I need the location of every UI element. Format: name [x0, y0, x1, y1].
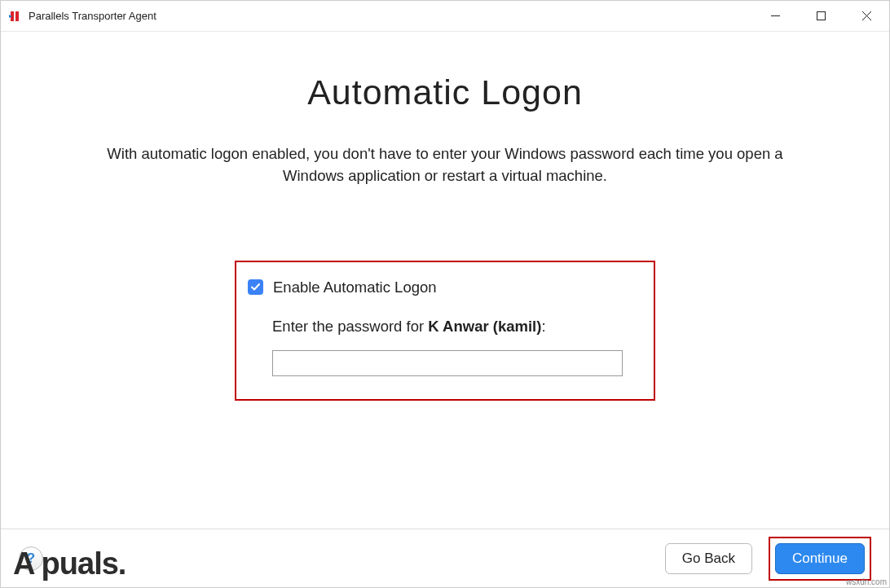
enable-autologon-checkbox[interactable]: [248, 279, 263, 295]
brand-watermark: A puals.: [13, 546, 126, 581]
titlebar: Parallels Transporter Agent: [1, 1, 889, 32]
page-description: With automatic logon enabled, you don't …: [78, 143, 812, 187]
password-prompt-suffix: :: [541, 318, 545, 335]
window-title: Parallels Transporter Agent: [29, 10, 156, 22]
minimize-button[interactable]: [752, 1, 798, 31]
footer-right: Go Back Continue: [665, 537, 871, 581]
password-prompt: Enter the password for K Anwar (kamil):: [272, 318, 642, 336]
close-button[interactable]: [844, 1, 889, 31]
password-prompt-prefix: Enter the password for: [272, 318, 428, 335]
maximize-button[interactable]: [798, 1, 844, 31]
continue-highlight: Continue: [769, 537, 871, 581]
svg-rect-3: [817, 12, 825, 20]
password-prompt-user: K Anwar (kamil): [428, 318, 541, 335]
titlebar-left: Parallels Transporter Agent: [9, 10, 156, 23]
go-back-button[interactable]: Go Back: [665, 543, 752, 574]
checkbox-row: Enable Automatic Logon: [248, 279, 642, 296]
svg-rect-1: [15, 11, 19, 21]
page-title: Automatic Logon: [307, 72, 583, 112]
site-watermark: wsxdn.com: [846, 577, 887, 586]
logon-form-highlight: Enable Automatic Logon Enter the passwor…: [235, 261, 655, 401]
content-area: Automatic Logon With automatic logon ena…: [1, 32, 889, 529]
app-window: Parallels Transporter Agent Automatic Lo…: [0, 0, 890, 588]
footer: ? Go Back Continue: [1, 529, 889, 587]
continue-button[interactable]: Continue: [775, 543, 865, 574]
app-icon: [9, 10, 22, 23]
password-input[interactable]: [272, 350, 623, 376]
enable-autologon-label: Enable Automatic Logon: [273, 279, 437, 296]
window-controls: [752, 1, 889, 31]
